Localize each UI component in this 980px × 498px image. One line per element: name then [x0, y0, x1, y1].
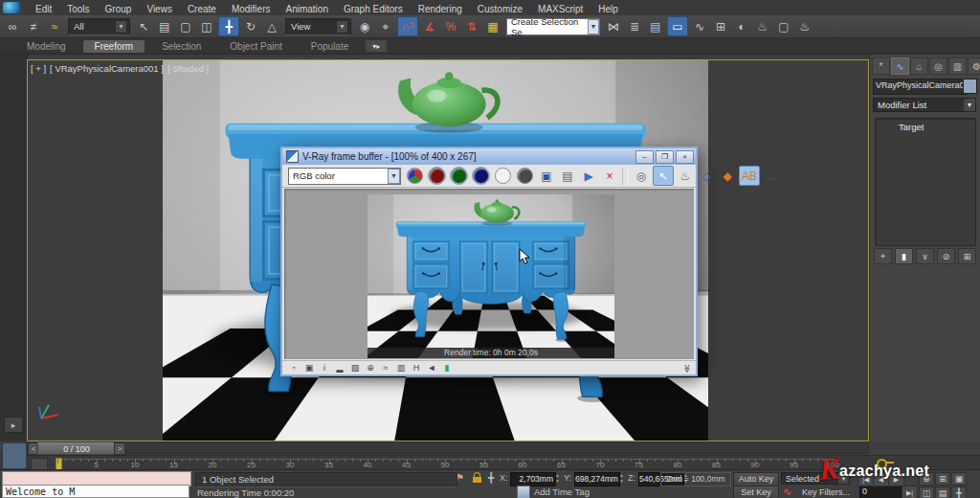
save-image-icon[interactable]: ▣	[537, 167, 556, 185]
add-time-tag-label[interactable]: Add Time Tag	[534, 487, 590, 497]
monochrome-icon[interactable]	[517, 168, 533, 184]
spinner-snap-toggle-icon[interactable]: ⇅	[462, 17, 481, 35]
set-key-button[interactable]: Set Key	[733, 486, 779, 498]
percent-snap-toggle-icon[interactable]: %	[441, 17, 460, 35]
zoom-all-button[interactable]: ⊞	[935, 472, 950, 486]
track-mouse-icon[interactable]: ↖	[653, 166, 674, 186]
menu-item-customize[interactable]: Customize	[470, 3, 530, 15]
app-logo-icon[interactable]	[3, 2, 20, 13]
select-and-scale-icon[interactable]: △	[262, 17, 281, 35]
tab-modify[interactable]: ∿	[891, 57, 909, 75]
default-in-out-tangents-icon[interactable]: ∿	[783, 486, 791, 498]
reference-coordinate-system-dropdown[interactable]: View▼	[285, 18, 351, 35]
modifier-list-dropdown[interactable]: Modifier List▼	[873, 98, 976, 112]
material-editor-icon[interactable]: ◐	[732, 17, 751, 35]
current-frame-field[interactable]: 0	[859, 486, 903, 498]
menu-item-edit[interactable]: Edit	[28, 3, 59, 15]
menu-item-tools[interactable]: Tools	[59, 3, 97, 15]
zoom-extents-button[interactable]: ▣	[951, 472, 967, 486]
clear-image-icon[interactable]: ×	[600, 167, 619, 185]
time-slider-handle[interactable]: 0 / 100	[37, 442, 116, 455]
rgb-toggle-icon[interactable]: ▮	[440, 362, 454, 374]
menu-item-create[interactable]: Create	[180, 3, 224, 15]
histogram-icon[interactable]: ▂	[333, 362, 346, 374]
ribbon-minimize-icon[interactable]: ▾▸	[366, 40, 387, 52]
viewport-camera-label[interactable]: [ VRayPhysicalCamera001 ]	[50, 63, 164, 74]
alpha-channel-icon[interactable]	[495, 168, 511, 184]
object-name-field[interactable]: VRayPhysicalCamera001.Tar	[873, 79, 967, 95]
green-channel-icon[interactable]	[451, 168, 467, 184]
minimize-button[interactable]: –	[635, 150, 654, 164]
mirror-icon[interactable]: ⋈	[604, 17, 623, 35]
rgb-channels-icon[interactable]	[407, 168, 423, 184]
tab-motion[interactable]: ◎	[929, 57, 947, 75]
modifier-stack-list[interactable]: Target	[875, 118, 976, 246]
keyboard-shortcut-override-icon[interactable]: ▦	[483, 17, 502, 35]
x-spinner[interactable]: ▲▼	[554, 472, 561, 486]
schematic-view-icon[interactable]: ⊞	[711, 17, 730, 35]
render-setup-icon[interactable]: ♨	[753, 17, 772, 35]
open-mini-curve-editor-button[interactable]	[2, 442, 27, 469]
pixel-info-icon[interactable]: ▫	[287, 362, 301, 374]
maxscript-mini-listener-white[interactable]: Welcome to M	[2, 485, 189, 498]
y-spinner[interactable]: ▲▼	[618, 472, 625, 486]
print-image-icon[interactable]: ▤	[558, 167, 577, 185]
window-crossing-icon[interactable]: ◫	[197, 17, 216, 35]
add-time-tag-icon[interactable]	[517, 486, 530, 498]
image-info-icon[interactable]: i	[318, 362, 331, 374]
configure-modifier-sets-button[interactable]: ⊞	[958, 248, 976, 264]
auto-key-button[interactable]: Auto Key	[733, 472, 779, 487]
select-by-name-icon[interactable]: ▤	[155, 17, 174, 35]
vfb-title-bar[interactable]: V-Ray frame buffer - [100% of 400 x 267]…	[282, 148, 696, 165]
duplicate-to-host-icon[interactable]: ◎	[632, 167, 651, 185]
bind-to-space-warp-icon[interactable]: ≈	[45, 17, 64, 35]
ribbon-tab-object-paint[interactable]: Object Paint	[218, 40, 293, 53]
unlink-selection-icon[interactable]: ≠	[24, 17, 43, 35]
menu-item-views[interactable]: Views	[139, 3, 180, 15]
tab-utilities[interactable]: ⚙	[968, 57, 980, 75]
compare-vertical-icon[interactable]: AB	[739, 166, 760, 186]
select-and-manipulate-icon[interactable]: ⌖	[376, 17, 395, 35]
menu-item-rendering[interactable]: Rendering	[411, 3, 470, 15]
scene-explorer-expand-button[interactable]: ▸	[4, 417, 23, 433]
curves-icon[interactable]: ≈	[379, 362, 392, 374]
select-and-move-icon[interactable]: ╋	[218, 16, 239, 36]
history-icon[interactable]: H	[410, 362, 423, 374]
fov-button[interactable]: ▤	[935, 487, 950, 498]
menu-item-graph-editors[interactable]: Graph Editors	[336, 3, 411, 15]
rectangular-selection-region-icon[interactable]: ▢	[176, 17, 195, 35]
close-button[interactable]: ×	[676, 150, 694, 164]
vfb-rendered-image[interactable]: Render time: 0h 0m 20,0s	[368, 194, 614, 358]
red-channel-icon[interactable]	[429, 168, 445, 184]
x-coordinate-field[interactable]: 2,703mm	[510, 472, 556, 487]
ribbon-tab-modeling[interactable]: Modeling	[15, 40, 78, 53]
next-frame-button[interactable]: ▶|	[902, 486, 918, 498]
make-unique-button[interactable]: ∨	[916, 248, 934, 264]
region-tools-icon[interactable]: ▣	[302, 362, 316, 374]
region-render-icon[interactable]: ♨	[676, 167, 695, 185]
settings-gear-icon[interactable]: ⊕	[364, 362, 377, 374]
select-object-icon[interactable]: ↖	[134, 17, 153, 35]
y-coordinate-field[interactable]: 698,274mm	[574, 472, 620, 487]
time-slider-track[interactable]: < 0 / 100 >	[27, 441, 869, 454]
curve-editor-icon[interactable]: ∿	[690, 17, 709, 35]
named-selection-sets-combo[interactable]: Create Selection Se▼	[506, 18, 600, 35]
viewport-menu-plus[interactable]: [ + ]	[31, 63, 46, 74]
ribbon-tab-freeform[interactable]: Freeform	[83, 40, 145, 53]
menu-item-maxscript[interactable]: MAXScript	[530, 3, 590, 15]
select-and-rotate-icon[interactable]: ↻	[241, 17, 260, 35]
render-production-icon[interactable]: ♨	[795, 17, 814, 35]
render-last-icon[interactable]: ♨	[762, 167, 781, 185]
viewport-shading-label[interactable]: [ Shaded ]	[167, 63, 209, 74]
compare-history-icon[interactable]: ◄	[425, 362, 438, 374]
blue-channel-icon[interactable]	[473, 168, 489, 184]
menu-item-modifiers[interactable]: Modifiers	[224, 3, 278, 15]
load-image-icon[interactable]: ▶	[579, 167, 598, 185]
menu-item-group[interactable]: Group	[98, 3, 140, 15]
menu-item-animation[interactable]: Animation	[278, 3, 335, 15]
tab-display[interactable]: ▥	[948, 57, 967, 75]
ribbon-tab-selection[interactable]: Selection	[150, 40, 212, 53]
vfb-expand-chevron-icon[interactable]: ≫	[681, 364, 691, 373]
vray-frame-buffer-window[interactable]: V-Ray frame buffer - [100% of 400 x 267]…	[280, 147, 698, 376]
angle-snap-toggle-icon[interactable]: ∡	[420, 17, 439, 35]
